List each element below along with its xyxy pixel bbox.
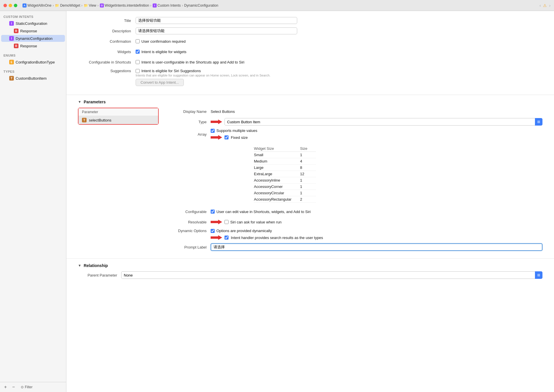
- widget-size-row-item: Small1: [254, 152, 316, 158]
- section-label-enums: ENUMS: [0, 50, 66, 58]
- widget-size-value: 1: [300, 184, 316, 190]
- nav-forward-icon[interactable]: ›: [549, 3, 551, 8]
- suggestions-checkbox[interactable]: [136, 69, 140, 73]
- add-item-button[interactable]: +: [2, 384, 9, 390]
- col-widget-size: Widget Size: [254, 145, 300, 152]
- param-list-container: Parameter T selectButtons: [78, 108, 159, 125]
- description-input[interactable]: [136, 27, 297, 34]
- breadcrumb-item-view[interactable]: 📁 View: [84, 3, 96, 8]
- supports-multiple-checkbox[interactable]: [211, 129, 215, 133]
- prompt-label-label: Prompt Label: [167, 245, 211, 249]
- widget-size-name: Large: [254, 165, 300, 171]
- section-label-custom-intents: CUSTOM INTENTS: [0, 11, 66, 20]
- configurable-shortcuts-text: Intent is user-configurable in the Short…: [141, 60, 244, 64]
- filter-label: Filter: [25, 385, 33, 389]
- sidebar-item-type[interactable]: T CustomButtonItem: [1, 75, 65, 82]
- resolvable-row: Resolvable Siri can ask for value when r…: [167, 218, 542, 226]
- parent-select-wrapper: None ⊞: [121, 271, 542, 279]
- intent-icon-dynamic: I: [9, 36, 14, 41]
- sidebar-item-response-2[interactable]: R Response: [1, 42, 65, 49]
- param-list-item-selectbuttons[interactable]: T selectButtons: [78, 116, 158, 124]
- sidebar-bottom: + − ⊙ Filter: [0, 382, 66, 392]
- type-row: Type Custom Button Item ⊞: [167, 118, 542, 126]
- minimize-button[interactable]: [9, 4, 12, 7]
- configurable-detail-checkbox[interactable]: [211, 210, 215, 214]
- resolvable-checkbox[interactable]: [224, 220, 229, 224]
- widget-size-name: AccessoryInline: [254, 177, 300, 184]
- suggestions-row: Suggestions Intent is eligible for Siri …: [78, 69, 542, 86]
- title-input[interactable]: [136, 17, 297, 24]
- resolvable-label: Resolvable: [167, 220, 211, 224]
- remove-item-button[interactable]: −: [10, 384, 17, 390]
- main-content: Title Description Confirmation User conf…: [66, 11, 554, 392]
- display-name-label: Display Name: [167, 109, 211, 114]
- widgets-checkbox[interactable]: [136, 50, 140, 54]
- breadcrumb-item-intentdef[interactable]: ⊙ WidgetIntents.intentdefinition: [100, 3, 149, 8]
- convert-btn[interactable]: Convert to App Intent...: [136, 79, 184, 86]
- widget-size-name: Medium: [254, 158, 300, 165]
- parent-param-select[interactable]: None: [121, 271, 542, 279]
- maximize-button[interactable]: [14, 4, 17, 7]
- param-details: Display Name Select Buttons Type: [167, 108, 542, 254]
- type-select-icon-btn[interactable]: ⊞: [535, 118, 542, 126]
- breadcrumb-item-demowidget[interactable]: 📁 DemoWidget: [55, 3, 80, 8]
- suggestions-label: Suggestions: [78, 69, 136, 73]
- description-label: Description: [78, 29, 136, 33]
- widget-size-name: AccessoryCorner: [254, 184, 300, 190]
- type-select-wrapper: Custom Button Item ⊞: [224, 118, 542, 126]
- params-layout: Parameter T selectButtons Display Name S…: [78, 108, 542, 254]
- sidebar-label-static: StaticConfiguration: [16, 21, 47, 26]
- suggestions-control: Intent is eligible for Siri Suggestions …: [136, 69, 297, 86]
- type-label: Type: [167, 120, 211, 124]
- type-arrow-icon: [211, 119, 222, 125]
- dynamic-options-checkbox[interactable]: [211, 229, 215, 233]
- confirmation-checkbox[interactable]: [136, 39, 140, 43]
- parent-select-icon-btn[interactable]: ⊞: [535, 271, 542, 279]
- dynamic-search-arrow-icon: [211, 235, 222, 240]
- param-list-header: Parameter: [78, 108, 158, 116]
- breadcrumb-item-dynamicconfig[interactable]: DynamicConfiguration: [184, 3, 218, 8]
- sidebar-item-dynamic-configuration[interactable]: I DynamicConfiguration: [1, 35, 65, 42]
- resolvable-text: Siri can ask for value when run: [230, 220, 282, 224]
- relationship-section-header: ▼ Relationship: [78, 263, 542, 268]
- sidebar-item-enum[interactable]: E ConfigrationButtonType: [1, 59, 65, 66]
- array-control: Supports multiple values Fixed size: [211, 128, 542, 140]
- app-icon: A: [23, 3, 27, 8]
- configurable-shortcuts-control: Intent is user-configurable in the Short…: [136, 60, 297, 64]
- breadcrumb-item-customintents[interactable]: I Custom Intents: [153, 3, 181, 8]
- window-controls[interactable]: [3, 4, 17, 7]
- suggestions-text: Intent is eligible for Siri Suggestions: [141, 69, 201, 73]
- intent-icon-response1: R: [14, 29, 18, 33]
- intent-icon: ⊙: [100, 3, 104, 8]
- resolvable-control: Siri can ask for value when run: [211, 219, 542, 225]
- configurable-row: Configurable User can edit value in Shor…: [167, 208, 542, 215]
- confirmation-control: User confirmation required: [136, 39, 297, 44]
- array-row: Array Supports multiple values: [167, 128, 542, 140]
- sidebar-item-static-configuration[interactable]: I StaticConfiguration: [1, 20, 65, 27]
- relationship-section: ▼ Relationship Parent Parameter None ⊞: [66, 258, 554, 286]
- sidebar-item-response-1[interactable]: R Response: [1, 27, 65, 34]
- parameters-section-header: ▼ Parameters: [78, 100, 542, 104]
- dynamic-search-checkbox[interactable]: [224, 236, 229, 240]
- widget-size-name: Small: [254, 152, 300, 158]
- title-row: Title: [78, 17, 542, 24]
- params-title: Parameters: [84, 100, 106, 104]
- top-form-section: Title Description Confirmation User conf…: [66, 11, 554, 95]
- widget-size-name: AccessoryCircular: [254, 190, 300, 196]
- intents-icon: I: [153, 3, 157, 8]
- type-control: Custom Button Item ⊞: [211, 118, 542, 126]
- breadcrumb-item-app[interactable]: A WidgetAllInOne: [23, 3, 51, 8]
- configurable-shortcuts-checkbox[interactable]: [136, 60, 140, 64]
- type-select[interactable]: Custom Button Item: [224, 118, 542, 126]
- close-button[interactable]: [3, 4, 7, 7]
- params-toggle-icon[interactable]: ▼: [78, 100, 81, 104]
- filter-button[interactable]: ⊙ Filter: [18, 384, 35, 390]
- nav-back-icon[interactable]: ‹: [540, 3, 541, 8]
- confirmation-text: User confirmation required: [141, 39, 186, 44]
- intent-icon-static: I: [9, 21, 14, 26]
- prompt-input[interactable]: [211, 243, 542, 251]
- fixed-size-checkbox[interactable]: [224, 135, 229, 139]
- relationship-toggle-icon[interactable]: ▼: [78, 264, 81, 268]
- param-item-label: selectButtons: [89, 118, 111, 122]
- folder-icon-2: 📁: [84, 3, 88, 8]
